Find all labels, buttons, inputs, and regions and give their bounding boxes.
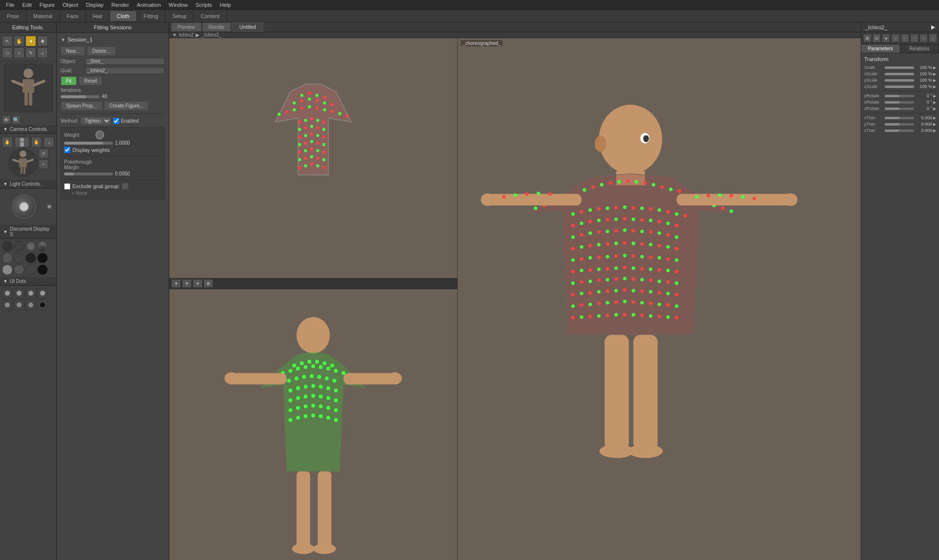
rp-tool-5[interactable]: ← (901, 34, 909, 43)
tool-pencil[interactable]: ✎ (25, 47, 36, 58)
doc-btn-10[interactable] (14, 264, 24, 275)
cam-body[interactable] (15, 137, 29, 148)
vp-tl-btn-1[interactable]: ▾ (171, 279, 181, 288)
rp-tool-7[interactable]: ↑ (919, 34, 928, 43)
vp-tl-btn-4[interactable]: ⊕ (203, 279, 213, 288)
tab-hair[interactable]: Hair (86, 11, 110, 21)
yrotate-arrow[interactable]: ▶ (933, 94, 936, 98)
document-display-header[interactable]: ▼ Document Display S (0, 225, 56, 239)
rp-tab-parameters[interactable]: Parameters (861, 44, 900, 53)
dot-1[interactable] (2, 288, 13, 299)
dot-4[interactable] (37, 288, 48, 299)
rp-tool-1[interactable]: ⊞ (863, 34, 872, 43)
menu-animation[interactable]: Animation (133, 1, 165, 9)
xscale-arrow[interactable]: ▶ (933, 72, 936, 76)
xrotate-arrow[interactable]: ▶ (933, 100, 936, 105)
tab-fitting[interactable]: Fitting (137, 11, 166, 21)
viewport-fitting-goal[interactable]: Fitting Goal [Main Camera] (169, 289, 457, 560)
cam-zoom-in[interactable]: + (39, 159, 48, 169)
vp-tab-render[interactable]: Render (202, 22, 231, 32)
rp-tool-3[interactable]: ● (882, 34, 890, 43)
yscale-arrow[interactable]: ▶ (933, 78, 936, 83)
rp-tool-8[interactable]: ↓ (929, 34, 937, 43)
tab-pose[interactable]: Pose (0, 11, 26, 21)
zscale-slider[interactable] (885, 86, 914, 88)
menu-window[interactable]: Window (165, 1, 192, 9)
tab-cloth[interactable]: Cloth (110, 11, 137, 21)
pokethrough-slider[interactable] (64, 172, 113, 175)
weight-slider[interactable] (64, 142, 113, 145)
weight-icon[interactable] (95, 130, 104, 139)
create-figure-button[interactable]: Create Figure... (104, 101, 149, 110)
tab-material[interactable]: Material (26, 11, 60, 21)
cam-zoom[interactable]: ⌕ (44, 137, 54, 148)
zrotate-arrow[interactable]: ▶ (933, 107, 936, 111)
tab-content[interactable]: Content (194, 11, 227, 21)
zscale-arrow[interactable]: ▶ (933, 85, 936, 89)
yscale-slider[interactable] (885, 79, 914, 82)
light-controls-header[interactable]: ▼ Light Controls. (0, 180, 56, 189)
display-weights-checkbox[interactable] (64, 147, 70, 153)
xscale-slider[interactable] (885, 73, 914, 75)
viewport-fitting-object[interactable]: Fitting Object [Main Camera] (169, 38, 457, 289)
rp-tool-6[interactable]: → (910, 34, 918, 43)
dot-8[interactable] (37, 300, 48, 310)
doc-btn-7[interactable] (25, 253, 36, 263)
delete-session-button[interactable]: Delete... (87, 46, 116, 56)
new-session-button[interactable]: New... (61, 46, 85, 56)
doc-btn-4[interactable] (37, 241, 48, 252)
light-knob[interactable] (12, 194, 36, 219)
tool-zoom[interactable]: ⌕ (37, 47, 48, 58)
dot-5[interactable] (2, 300, 13, 310)
tool-hand[interactable]: ✋ (14, 36, 24, 46)
tab-setup[interactable]: Setup (166, 11, 194, 21)
doc-btn-6[interactable] (14, 253, 24, 263)
doc-btn-11[interactable] (25, 264, 36, 275)
menu-object[interactable]: Object (59, 1, 82, 9)
method-select[interactable]: Tighten (80, 117, 111, 125)
tool-arrow[interactable]: ↖ (2, 36, 13, 46)
tool-cross[interactable]: ✚ (37, 36, 48, 46)
right-panel-expand[interactable]: ▶ (931, 24, 935, 30)
iterations-slider[interactable] (61, 95, 100, 98)
reset-button[interactable]: Reset (79, 76, 102, 86)
dot-3[interactable] (25, 288, 36, 299)
xrotate-slider[interactable] (885, 101, 914, 104)
fit-button[interactable]: Fit (61, 76, 77, 86)
cam-hand-left[interactable]: 🤚 (2, 137, 13, 148)
tab-face[interactable]: Face (60, 11, 86, 21)
scale-arrow[interactable]: ▶ (933, 65, 936, 70)
menu-scripts[interactable]: Scripts (192, 1, 216, 9)
menu-edit[interactable]: Edit (19, 1, 36, 9)
yrotate-slider[interactable] (885, 95, 914, 97)
cam-rotate-y[interactable]: ↺ (39, 149, 48, 158)
vp-tab-preview[interactable]: Preview (171, 22, 201, 32)
rp-tab-relations[interactable]: Relations (900, 44, 939, 53)
doc-btn-9[interactable] (2, 264, 13, 275)
menu-help[interactable]: Help (216, 1, 235, 9)
menu-display[interactable]: Display (82, 1, 108, 9)
ztran-slider[interactable] (885, 129, 914, 132)
vp-tl-btn-3[interactable]: ▾ (193, 279, 202, 288)
doc-btn-5[interactable] (2, 253, 13, 263)
cam-hand-right[interactable]: ✋ (31, 137, 42, 148)
tool-select-active[interactable]: ✦ (25, 36, 36, 46)
ui-dots-header[interactable]: ▼ UI Dots (0, 277, 56, 286)
side-icon-1[interactable]: 👁 (2, 115, 11, 124)
ztran-arrow[interactable]: ▶ (933, 129, 936, 133)
tool-rect[interactable]: □ (2, 47, 13, 58)
side-icon-2[interactable]: 🔍 (12, 115, 21, 124)
spawn-prop-button[interactable]: Spawn Prop... (61, 101, 102, 110)
camera-controls-header[interactable]: ▼ Camera Controls. (0, 125, 56, 134)
ytran-slider[interactable] (885, 123, 914, 126)
menu-figure[interactable]: Figure (36, 1, 59, 9)
doc-btn-8[interactable] (37, 253, 48, 263)
dot-2[interactable] (14, 288, 24, 299)
dot-7[interactable] (25, 300, 36, 310)
exclude-goal-checkbox[interactable] (64, 183, 70, 190)
menu-file[interactable]: File (2, 1, 19, 9)
ytran-arrow[interactable]: ▶ (933, 122, 936, 127)
vp-tl-btn-2[interactable]: ▾ (182, 279, 192, 288)
zrotate-slider[interactable] (885, 108, 914, 110)
enabled-checkbox[interactable] (113, 118, 119, 124)
